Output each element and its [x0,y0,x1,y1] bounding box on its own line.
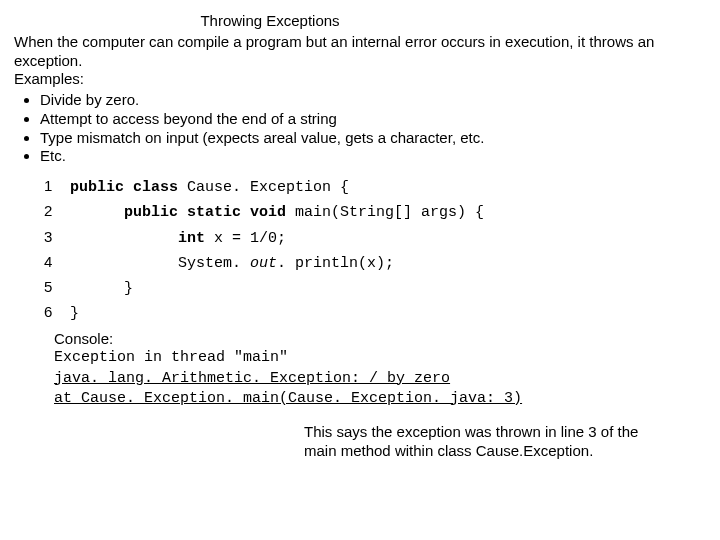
code-line: 4 System. out. println(x); [44,250,706,275]
list-item: Attempt to access beyond the end of a st… [40,110,706,129]
console-output: Console: Exception in thread "main" java… [54,330,706,410]
line-number: 6 [44,300,70,323]
line-number: 2 [44,199,70,222]
code-line: 3 int x = 1/0; [44,225,706,250]
explanation-caption: This says the exception was thrown in li… [304,423,654,461]
code-text: } [70,302,79,325]
list-item: Etc. [40,147,706,166]
console-label: Console: [54,330,706,349]
code-block: 1 public class Cause. Exception { 2 publ… [44,174,706,326]
line-number: 3 [44,225,70,248]
code-text: public class Cause. Exception { [70,176,349,199]
code-line: 5 } [44,275,706,300]
code-text: public static void main(String[] args) { [70,201,484,224]
code-line: 1 public class Cause. Exception { [44,174,706,199]
console-line: Exception in thread "main" [54,348,706,368]
list-item: Divide by zero. [40,91,706,110]
code-line: 2 public static void main(String[] args)… [44,199,706,224]
slide-title: Throwing Exceptions [14,12,706,31]
line-number: 4 [44,250,70,273]
intro-paragraph: When the computer can compile a program … [14,33,706,71]
console-line: at Cause. Exception. main(Cause. Excepti… [54,389,706,409]
examples-list: Divide by zero. Attempt to access beyond… [14,91,706,166]
code-text: int x = 1/0; [70,227,286,250]
line-number: 5 [44,275,70,298]
code-line: 6 } [44,300,706,325]
code-text: } [70,277,133,300]
console-line: java. lang. Arithmetic. Exception: / by … [54,369,706,389]
list-item: Type mismatch on input (expects areal va… [40,129,706,148]
line-number: 1 [44,174,70,197]
code-text: System. out. println(x); [70,252,394,275]
examples-label: Examples: [14,70,706,89]
